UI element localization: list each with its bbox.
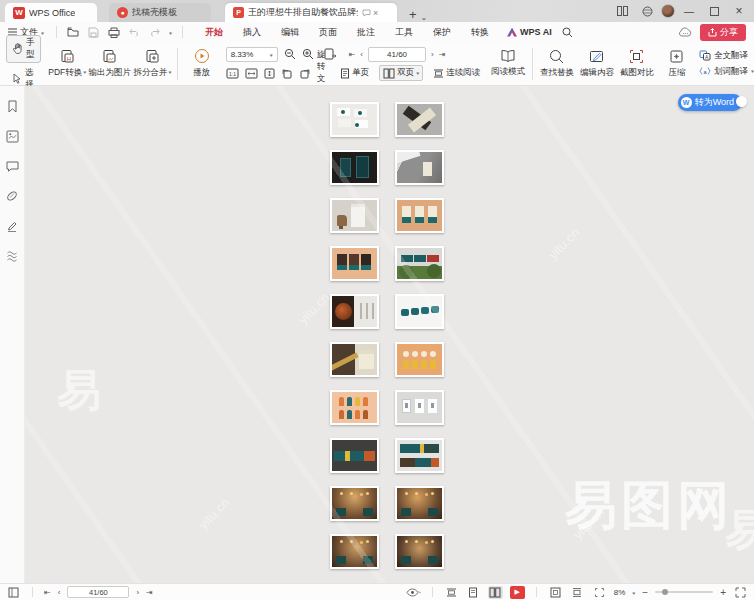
pdf-convert-button[interactable]: H PDF转换▾	[47, 44, 88, 84]
double-page-view-icon[interactable]	[488, 586, 503, 599]
maximize-button[interactable]	[703, 1, 725, 21]
globe-settings-icon[interactable]	[636, 1, 658, 21]
fit-width-icon[interactable]	[245, 68, 258, 79]
single-page-view-icon[interactable]	[466, 586, 481, 599]
attachment-icon[interactable]	[4, 188, 20, 204]
page-thumbnail-49[interactable]	[330, 294, 379, 329]
open-folder-icon[interactable]	[67, 27, 79, 37]
page-thumbnail-48[interactable]	[395, 246, 444, 281]
comment-panel-icon[interactable]	[4, 158, 20, 174]
share-button[interactable]: 分享	[700, 24, 746, 41]
page-thumbnail-57[interactable]	[330, 486, 379, 521]
page-thumbnail-53[interactable]	[330, 390, 379, 425]
status-zoom-value[interactable]: 8%	[614, 588, 626, 597]
zoom-caret-icon[interactable]: ▾	[632, 589, 635, 595]
page-thumbnail-41[interactable]	[330, 102, 379, 137]
prev-page-icon[interactable]: ‹	[360, 50, 363, 59]
close-tab-icon[interactable]: ×	[373, 8, 378, 18]
minimize-button[interactable]: —	[678, 1, 700, 21]
fit-width-button[interactable]	[570, 586, 585, 599]
page-thumbnail-52[interactable]	[395, 342, 444, 377]
redo-icon[interactable]	[149, 28, 160, 37]
zoom-slider[interactable]	[655, 591, 713, 593]
compress-button[interactable]: 压缩	[657, 44, 697, 84]
page-thumbnail-47[interactable]	[330, 246, 379, 281]
screenshot-compare-button[interactable]: 截图对比	[617, 44, 657, 84]
collapse-handle[interactable]	[736, 96, 747, 107]
page-thumbnail-59[interactable]	[330, 534, 379, 569]
first-page-icon[interactable]: ⇤	[44, 588, 51, 597]
page-thumbnail-46[interactable]	[395, 198, 444, 233]
chat-bubble-icon[interactable]	[362, 9, 371, 17]
tab-protect[interactable]: 保护	[423, 24, 461, 41]
stamp-seal-icon[interactable]	[4, 248, 20, 264]
page-thumbnail-50[interactable]	[395, 294, 444, 329]
page-indicator-input[interactable]: 41/60	[67, 586, 129, 598]
bookmark-icon[interactable]	[4, 98, 20, 114]
first-page-icon[interactable]: ⇤	[349, 50, 356, 59]
last-page-icon[interactable]: ⇥	[146, 588, 153, 597]
full-translate-button[interactable]: A 全文翻译	[699, 50, 754, 62]
home-tab[interactable]: W WPS Office	[5, 3, 97, 22]
page-thumbnail-45[interactable]	[330, 198, 379, 233]
tab-tools[interactable]: 工具	[385, 24, 423, 41]
convert-to-word-button[interactable]: W 转为Word	[678, 94, 742, 111]
page-thumbnail-54[interactable]	[395, 390, 444, 425]
split-merge-button[interactable]: 拆分合并▾	[132, 44, 173, 84]
page-thumbnail-43[interactable]	[330, 150, 379, 185]
split-view-icon[interactable]	[611, 1, 633, 21]
page-thumbnail-60[interactable]	[395, 534, 444, 569]
user-avatar[interactable]	[661, 4, 675, 18]
page-indicator-input[interactable]: 41/60	[368, 47, 426, 62]
export-image-button[interactable]: 输出为图片	[88, 44, 132, 84]
tab-template-doc[interactable]: ● 找稿壳模板	[109, 3, 211, 22]
actual-size-button[interactable]	[592, 586, 607, 599]
thumbnail-toggle-icon[interactable]	[6, 586, 21, 599]
tab-convert[interactable]: 转换	[461, 24, 499, 41]
hand-tool-button[interactable]: 手型	[6, 35, 41, 63]
single-page-button[interactable]: 单页	[336, 65, 373, 81]
zoom-out-icon[interactable]	[284, 48, 296, 60]
tab-edit[interactable]: 编辑	[271, 24, 309, 41]
save-icon[interactable]	[88, 27, 99, 38]
actual-size-icon[interactable]: 1:1	[226, 68, 239, 79]
wps-ai-button[interactable]: WPS AI	[499, 27, 560, 37]
rotate-right-icon[interactable]	[299, 68, 311, 79]
document-canvas[interactable]: 易 易 yitu.cn yitu.cn yitu.cn yitu.cn 易图网 …	[25, 86, 754, 583]
last-page-icon[interactable]: ⇥	[439, 50, 446, 59]
page-thumbnail-44[interactable]	[395, 150, 444, 185]
continuous-read-button[interactable]: 连续阅读	[429, 65, 484, 81]
rotate-left-icon[interactable]	[281, 68, 293, 79]
play-button[interactable]: 播放	[182, 44, 222, 84]
tab-insert[interactable]: 插入	[233, 24, 271, 41]
fit-page-button[interactable]	[548, 586, 563, 599]
signature-pen-icon[interactable]	[4, 218, 20, 234]
zoom-out-button[interactable]: −	[642, 587, 648, 598]
next-page-icon[interactable]: ›	[431, 50, 434, 59]
page-thumbnail-55[interactable]	[330, 438, 379, 473]
page-thumbnail-42[interactable]	[395, 102, 444, 137]
tab-page[interactable]: 页面	[309, 24, 347, 41]
tab-list-caret-icon[interactable]: ⌄	[421, 13, 428, 22]
close-window-button[interactable]: ×	[728, 1, 750, 21]
double-page-button[interactable]: 双页 ▾	[379, 65, 423, 81]
tab-home-ribbon[interactable]: 开始	[195, 24, 233, 41]
cloud-sync-icon[interactable]	[678, 27, 692, 37]
prev-page-icon[interactable]: ‹	[58, 588, 61, 597]
fullscreen-icon[interactable]	[733, 586, 748, 599]
continuous-view-icon[interactable]	[444, 586, 459, 599]
new-tab-button[interactable]: +	[405, 7, 421, 22]
reading-mode-button[interactable]: 阅读模式	[488, 44, 528, 84]
history-caret-icon[interactable]: ▾	[169, 29, 172, 35]
word-translate-button[interactable]: a 划词翻译 ▾	[699, 66, 754, 78]
search-icon[interactable]	[562, 27, 573, 38]
page-thumbnail-58[interactable]	[395, 486, 444, 521]
zoom-in-icon[interactable]	[302, 48, 314, 60]
fit-height-icon[interactable]	[264, 68, 275, 79]
page-thumbnail-56[interactable]	[395, 438, 444, 473]
find-replace-button[interactable]: 查找替换	[537, 44, 577, 84]
zoom-input[interactable]: 8.33% ▾	[226, 47, 278, 62]
view-options-icon[interactable]	[406, 586, 421, 599]
zoom-slider-knob[interactable]	[662, 589, 668, 595]
edit-content-button[interactable]: 编辑内容	[577, 44, 617, 84]
